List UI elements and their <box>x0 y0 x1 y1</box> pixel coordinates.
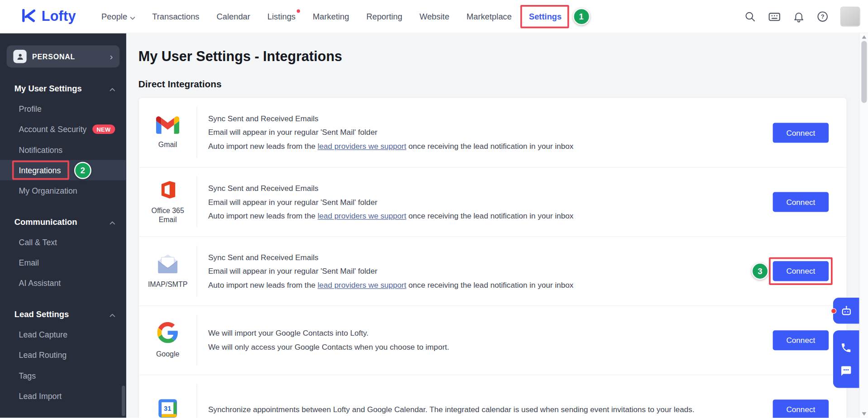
bell-icon[interactable] <box>793 10 805 23</box>
desc-line: Email will appear in your regular 'Sent … <box>208 126 764 140</box>
section-communication[interactable]: Communication <box>0 216 126 227</box>
connect-button-google-calendar[interactable]: Connect <box>773 399 829 418</box>
integration-name: Google <box>156 350 179 359</box>
desc-line: Auto import new leads from the lead prov… <box>208 209 764 223</box>
desc-text: once receiving the lead notification in … <box>406 280 573 290</box>
lofty-logo-icon <box>21 8 36 25</box>
chevron-up-icon <box>110 83 115 93</box>
desc-line: Sync Sent and Received Emails <box>208 181 764 195</box>
section-my-user-settings[interactable]: My User Settings <box>0 82 126 93</box>
sidebar-item-account-security[interactable]: Account & Security NEW <box>0 119 126 139</box>
desc-text: Auto import new leads from the <box>208 142 318 151</box>
integrations-card: Gmail Sync Sent and Received Emails Emai… <box>138 97 847 418</box>
desc-line: Auto import new leads from the lead prov… <box>208 139 764 153</box>
person-icon <box>13 50 26 63</box>
phone-icon[interactable] <box>839 340 854 355</box>
user-avatar[interactable] <box>840 6 860 26</box>
imap-smtp-icon <box>157 254 179 276</box>
chevron-right-icon: › <box>110 52 113 61</box>
sidebar-item-lead-import[interactable]: Lead Import <box>0 386 126 406</box>
integration-row-gmail: Gmail Sync Sent and Received Emails Emai… <box>139 98 846 167</box>
sidebar-item-lead-routing[interactable]: Lead Routing <box>0 345 126 365</box>
nav-marketplace[interactable]: Marketplace <box>467 12 512 21</box>
sidebar-item-call-text[interactable]: Call & Text <box>0 232 126 252</box>
main-menu: People Transactions Calendar Listings Ma… <box>101 11 562 21</box>
nav-calendar[interactable]: Calendar <box>216 12 250 21</box>
nav-reporting[interactable]: Reporting <box>366 12 402 21</box>
sidebar-item-tags[interactable]: Tags <box>0 365 126 385</box>
settings-sidebar: PERSONAL › My User Settings Profile Acco… <box>0 33 126 418</box>
desc-line: We will only access your Google Contacts… <box>208 340 764 354</box>
robot-assistant-icon[interactable] <box>839 303 854 318</box>
desc-line: Email will appear in your regular 'Sent … <box>208 195 764 209</box>
account-switcher[interactable]: PERSONAL › <box>7 45 120 67</box>
chevron-up-icon <box>110 309 115 318</box>
sidebar-item-integrations[interactable]: Integrations 2 <box>0 160 126 180</box>
help-icon[interactable]: ? <box>816 10 829 23</box>
annotation-step-1: 1 <box>573 8 590 25</box>
main-content: My User Settings - Integrations Direct I… <box>126 33 859 418</box>
dialer-icon[interactable] <box>768 10 781 23</box>
chevron-up-icon <box>110 217 115 226</box>
lead-providers-link[interactable]: lead providers we support <box>318 142 406 151</box>
desc-line: Sync Sent and Received Emails <box>208 250 764 264</box>
direct-integrations-heading: Direct Integrations <box>138 79 859 90</box>
scrollbar-thumb[interactable] <box>861 41 867 103</box>
sidebar-item-my-organization[interactable]: My Organization <box>0 180 126 201</box>
nav-people[interactable]: People <box>101 11 135 21</box>
scroll-up-arrow[interactable] <box>862 35 867 38</box>
nav-listings[interactable]: Listings <box>267 12 296 21</box>
lead-providers-link[interactable]: lead providers we support <box>318 280 406 290</box>
page-title: My User Settings - Integrations <box>138 48 859 64</box>
top-navigation: Lofty People Transactions Calendar Listi… <box>0 0 868 33</box>
scroll-down-arrow[interactable] <box>862 412 867 415</box>
chevron-down-icon <box>130 12 135 22</box>
sidebar-scrollbar-thumb[interactable] <box>122 386 125 416</box>
sidebar-item-profile[interactable]: Profile <box>0 99 126 119</box>
section-lead-settings[interactable]: Lead Settings <box>0 308 126 319</box>
desc-text: once receiving the lead notification in … <box>406 142 573 151</box>
sidebar-item-lead-capture[interactable]: Lead Capture <box>0 324 126 345</box>
sidebar-item-ai-assistant[interactable]: AI Assistant <box>0 273 126 293</box>
support-chat-widget[interactable] <box>833 298 859 323</box>
annotation-step-2: 2 <box>74 162 91 179</box>
nav-settings[interactable]: Settings 1 <box>529 12 562 21</box>
desc-line: We will import your Google Contacts into… <box>208 327 764 341</box>
svg-text:?: ? <box>821 13 825 20</box>
integration-row-office365: Office 365 Email Sync Sent and Received … <box>139 167 846 236</box>
integration-name: Gmail <box>158 140 177 149</box>
connect-button-imap-smtp[interactable]: Connect <box>773 261 829 281</box>
connect-button-gmail[interactable]: Connect <box>773 123 829 142</box>
search-icon[interactable] <box>744 10 756 23</box>
sidebar-item-notifications[interactable]: Notifications <box>0 139 126 160</box>
integration-name: IMAP/SMTP <box>148 280 187 289</box>
contact-widget <box>833 330 859 388</box>
sidebar-item-email[interactable]: Email <box>0 252 126 273</box>
topbar-actions: ? <box>744 6 860 26</box>
desc-line: Synchronize appointments between Lofty a… <box>208 403 764 417</box>
google-icon <box>157 322 178 345</box>
gmail-icon <box>156 116 179 136</box>
app-root: Lofty People Transactions Calendar Listi… <box>0 0 868 418</box>
desc-text: Auto import new leads from the <box>208 280 318 290</box>
lead-providers-link[interactable]: lead providers we support <box>318 211 406 220</box>
integration-row-google-calendar: 31 Synchronize appointments between Loft… <box>139 375 846 418</box>
account-name: PERSONAL <box>32 52 75 61</box>
nav-website[interactable]: Website <box>420 12 449 21</box>
nav-transactions[interactable]: Transactions <box>152 12 199 21</box>
new-badge: NEW <box>92 124 115 134</box>
lofty-logo[interactable]: Lofty <box>21 8 76 25</box>
connect-button-google[interactable]: Connect <box>773 330 829 350</box>
integration-row-imap-smtp: IMAP/SMTP Sync Sent and Received Emails … <box>139 236 846 305</box>
message-bubble-icon[interactable] <box>839 363 854 378</box>
brand-name: Lofty <box>42 8 76 24</box>
nav-marketing[interactable]: Marketing <box>313 12 349 21</box>
desc-line: Email will appear in your regular 'Sent … <box>208 264 764 278</box>
google-calendar-icon: 31 <box>157 398 178 418</box>
connect-button-office365[interactable]: Connect <box>773 192 829 212</box>
widget-notification-dot <box>831 308 836 314</box>
desc-text: Auto import new leads from the <box>208 211 318 220</box>
integration-name: Office 365 Email <box>146 206 190 224</box>
annotation-step-3: 3 <box>751 262 768 280</box>
page-scrollbar[interactable] <box>859 33 868 418</box>
